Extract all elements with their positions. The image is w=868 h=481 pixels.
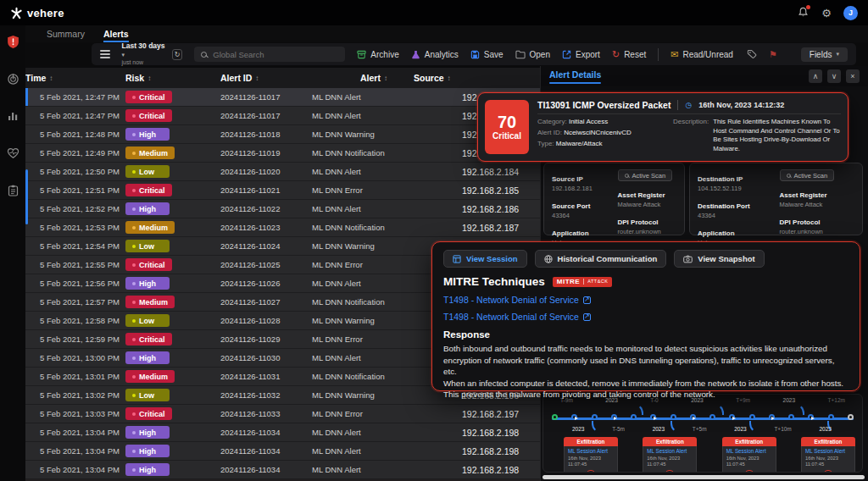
timeline-node[interactable] — [709, 414, 715, 420]
table-row[interactable]: 5 Feb 2021, 13:03 PM Critical 20241126-1… — [25, 405, 540, 423]
time-range-selector[interactable]: Last 30 days ▾ just now ↻ — [122, 42, 183, 66]
save-button[interactable]: Save — [470, 50, 504, 59]
close-icon[interactable]: × — [846, 69, 860, 83]
analytics-bars-icon[interactable] — [3, 107, 22, 125]
sort-icon[interactable]: ↕ — [448, 75, 451, 82]
user-avatar[interactable]: J — [843, 6, 858, 20]
table-row[interactable]: 5 Feb 2021, 12:52 PM High 20241126-11022… — [25, 200, 540, 218]
historical-communication-button[interactable]: Historical Communication — [535, 250, 667, 268]
notifications-bell-icon[interactable] — [798, 7, 810, 19]
view-snapshot-button[interactable]: View Snapshot — [674, 250, 764, 268]
event-alert-link[interactable]: ML Session Alert — [805, 448, 851, 456]
open-button[interactable]: Open — [515, 50, 550, 59]
column-header[interactable]: Time ↕ — [25, 73, 125, 83]
table-row[interactable]: 5 Feb 2021, 12:49 PM Medium 20241126-110… — [25, 144, 540, 163]
reports-clipboard-icon[interactable] — [3, 181, 22, 200]
timeline-node[interactable] — [552, 414, 558, 420]
timeline-event-card[interactable]: Exfiltration ML Session Alert 16th Nov, … — [643, 437, 697, 473]
sort-icon[interactable]: ↕ — [147, 75, 151, 82]
timeline-event-card[interactable]: Exfiltration ML Session Alert 16th Nov, … — [564, 437, 618, 473]
timeline-node[interactable] — [650, 414, 656, 420]
timeline-node[interactable] — [729, 414, 735, 420]
timeline-node[interactable] — [788, 414, 794, 420]
table-row[interactable]: 5 Feb 2021, 13:04 PM High 20241126-11034… — [25, 442, 540, 461]
active-scan-button[interactable]: Active Scan — [618, 169, 673, 181]
health-heart-icon[interactable] — [3, 144, 22, 163]
alerts-shield-icon[interactable] — [3, 32, 22, 51]
risk-dot-icon — [132, 96, 136, 99]
column-header[interactable]: Risk ↕ — [125, 73, 220, 83]
column-header[interactable]: Alert ↕ — [312, 73, 414, 83]
timeline-node[interactable] — [848, 414, 854, 420]
mitre-technique-link[interactable]: T1498 - Network Denial of Service ↗ — [443, 312, 849, 322]
table-row[interactable]: 5 Feb 2021, 12:48 PM High 20241126-11018… — [25, 125, 540, 144]
timeline-node[interactable] — [611, 414, 617, 420]
fields-button[interactable]: Fields ▾ — [801, 47, 848, 62]
column-header[interactable]: Source ↕ — [414, 73, 540, 83]
sort-icon[interactable]: ↕ — [384, 75, 387, 82]
timeline-event-card[interactable]: Exfiltration ML Session Alert 16th Nov, … — [801, 437, 855, 473]
table-scrollbar-thumb[interactable] — [25, 169, 28, 224]
table-row[interactable]: 5 Feb 2021, 12:51 PM Critical 20241126-1… — [25, 181, 540, 200]
timeline-node[interactable] — [670, 414, 676, 420]
timeline-node[interactable] — [690, 414, 696, 420]
tab-alert-details[interactable]: Alert Details — [549, 69, 601, 84]
open-folder-icon — [515, 50, 526, 59]
event-alert-link[interactable]: ML Session Alert — [568, 448, 614, 456]
search-input[interactable] — [213, 50, 331, 59]
cell-alert-id: 20241126-11034 — [220, 446, 312, 456]
tag-icon[interactable] — [747, 49, 757, 59]
column-header[interactable]: Alert ID ↕ — [220, 73, 312, 83]
mitre-attack-badge: MITRE ATT&CK — [553, 277, 613, 287]
menu-hamburger-icon[interactable] — [100, 50, 110, 58]
risk-dot-icon — [132, 133, 136, 136]
active-scan-button[interactable]: Active Scan — [780, 169, 835, 181]
table-row[interactable]: 5 Feb 2021, 12:53 PM Medium 20241126-110… — [25, 218, 540, 237]
hunt-power-icon[interactable] — [3, 69, 22, 88]
flag-icon[interactable]: ⚑ — [769, 49, 777, 60]
export-button[interactable]: Export — [562, 50, 600, 59]
reset-button[interactable]: ↻ Reset — [612, 50, 646, 59]
cell-risk: High — [125, 463, 220, 476]
archive-button[interactable]: Archive — [357, 50, 398, 59]
global-search[interactable] — [194, 47, 345, 62]
event-alert-link[interactable]: ML Session Alert — [647, 448, 693, 456]
timeline-node[interactable] — [769, 414, 775, 420]
risk-badge: High — [125, 426, 170, 439]
mitre-technique-link[interactable]: T1498 - Network Denial of Service ↗ — [443, 295, 849, 305]
timeline-node[interactable] — [749, 414, 755, 420]
refresh-icon[interactable]: ↻ — [172, 49, 183, 60]
risk-badge: High — [125, 463, 170, 476]
read-unread-button[interactable]: ✉ Read/Unread — [670, 50, 733, 59]
timeline-node[interactable] — [631, 414, 637, 420]
tab-summary[interactable]: Summary — [47, 29, 85, 42]
tab-alerts[interactable]: Alerts — [103, 29, 129, 42]
table-row[interactable]: 5 Feb 2021, 12:47 PM Critical 20241126-1… — [25, 88, 540, 107]
sort-icon[interactable]: ↕ — [255, 75, 259, 82]
analytics-button[interactable]: Analytics — [411, 50, 459, 59]
timeline-node[interactable] — [592, 414, 598, 420]
collapse-down-button[interactable]: ∨ — [827, 69, 841, 83]
table-row[interactable]: 5 Feb 2021, 13:04 PM High 20241126-11034… — [25, 423, 540, 442]
table-row[interactable]: 5 Feb 2021, 12:47 PM Critical 20241126-1… — [25, 107, 540, 125]
collapse-up-button[interactable]: ∧ — [809, 69, 822, 83]
table-row[interactable]: 5 Feb 2021, 13:04 PM High 20241126-11034… — [25, 461, 540, 479]
response-heading: Response — [443, 329, 849, 340]
detail-field: Destination Port 43364 — [698, 196, 773, 219]
cell-risk: Low — [125, 389, 220, 401]
view-session-button[interactable]: View Session — [443, 250, 527, 268]
cell-alert-type: ML DNN Alert — [312, 204, 414, 213]
horizontal-scrollbar-thumb[interactable] — [542, 475, 865, 479]
timeline-node[interactable] — [571, 414, 577, 420]
event-alert-link[interactable]: ML Session Alert — [726, 448, 772, 456]
settings-gear-icon[interactable]: ⚙ — [821, 8, 832, 19]
timeline-node[interactable] — [828, 414, 834, 420]
sort-icon[interactable]: ↕ — [49, 75, 53, 82]
app-root: vehere ⚙ J Summary Alerts — [0, 0, 868, 481]
risk-badge: Critical — [125, 109, 172, 122]
detail-field: DPI Protocol router.unknown — [618, 213, 677, 235]
timeline-node[interactable] — [808, 414, 814, 420]
clock-icon: ◷ — [685, 101, 692, 109]
timeline-event-card[interactable]: Exfiltration ML Session Alert 16th Nov, … — [722, 437, 776, 473]
table-row[interactable]: 5 Feb 2021, 12:50 PM Low 20241126-11020 … — [25, 163, 540, 181]
